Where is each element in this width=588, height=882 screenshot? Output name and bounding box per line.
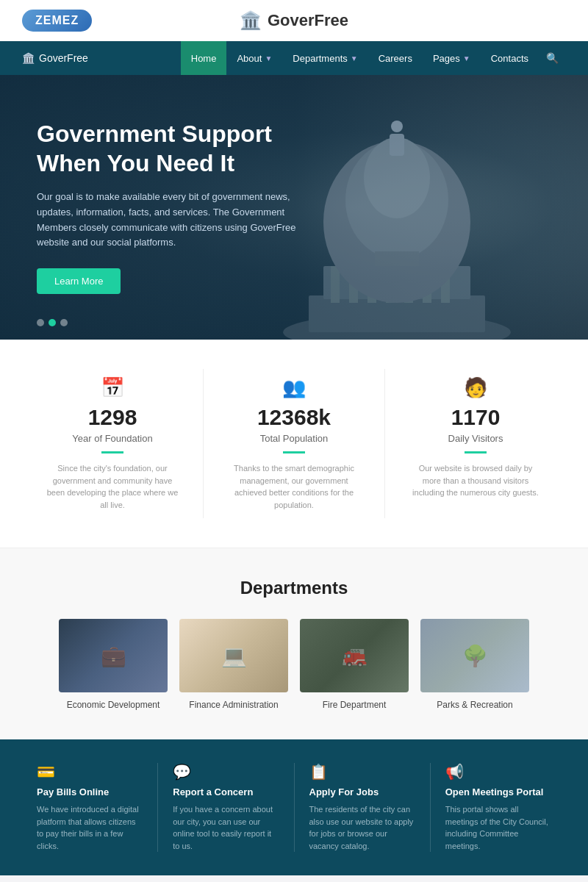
dept-arrow: ▼ [351,54,358,62]
dept-label-econ: Economic Development [59,700,168,710]
dot-1[interactable] [37,319,44,326]
svg-rect-13 [375,251,419,266]
concern-title: Report a Concern [173,786,279,797]
top-bar: ZEMEZ 🏛️ GoverFree [0,0,588,41]
hero-learn-more-button[interactable]: Learn More [37,268,121,294]
stat-visitors: 🧑 1170 Daily Visitors Our website is bro… [385,369,566,518]
hero-dots [37,319,68,326]
bills-icon: 💳 [37,763,143,781]
dept-label-finance: Finance Administration [179,700,288,710]
dot-2[interactable] [49,319,56,326]
jobs-title: Apply For Jobs [309,786,415,797]
dept-label-parks: Parks & Recreation [420,700,529,710]
svg-rect-14 [390,134,404,156]
visitors-number: 1170 [400,405,551,430]
dept-img-parks [420,619,529,692]
dept-img-fire-inner [300,619,409,692]
zemez-logo[interactable]: ZEMEZ [22,10,92,32]
nav-brand-icon: 🏛️ [22,52,35,64]
nav-home[interactable]: Home [181,41,227,75]
hero-content: Government Support When You Need It Our … [0,75,338,338]
population-number: 12368k [218,405,370,430]
jobs-desc: The residents of the city can also use o… [309,803,415,852]
departments-grid: Economic Development Finance Administrat… [22,619,566,710]
hero-description: Our goal is to make available every bit … [37,190,301,251]
about-arrow: ▼ [265,54,272,62]
dept-card-parks[interactable]: Parks & Recreation [420,619,529,710]
stat-foundation: 📅 1298 Year of Foundation Since the city… [22,369,204,518]
meetings-title: Open Meetings Portal [445,786,551,797]
foundation-label: Year of Foundation [37,433,188,444]
svg-point-15 [391,121,403,132]
visitors-divider [465,451,487,453]
service-concern: 💬 Report a Concern If you have a concern… [158,763,294,852]
concern-desc: If you have a concern about our city, yo… [173,803,279,852]
stats-section: 📅 1298 Year of Foundation Since the city… [0,340,588,548]
meetings-desc: This portal shows all meetings of the Ci… [445,803,551,852]
nav-pages[interactable]: Pages ▼ [423,41,481,75]
search-icon[interactable]: 🔍 [539,52,566,64]
about-section: About Our City Our city is a thriving pl… [0,875,588,882]
dept-img-econ-inner [59,619,168,692]
concern-icon: 💬 [173,763,279,781]
nav-brand-label: GoverFree [39,52,88,64]
brand-icon: 🏛️ [240,10,262,31]
visitors-icon: 🧑 [400,376,551,399]
pages-arrow: ▼ [463,54,470,62]
service-jobs: 📋 Apply For Jobs The residents of the ci… [295,763,431,852]
nav-brand: 🏛️ GoverFree [22,52,88,64]
population-desc: Thanks to the smart demographic manageme… [228,462,360,511]
foundation-desc: Since the city's foundation, our governm… [46,462,179,511]
dept-img-finance [179,619,288,692]
meetings-icon: 📢 [445,763,551,781]
hero-title: Government Support When You Need It [37,119,301,178]
bills-title: Pay Bills Online [37,786,143,797]
dot-3[interactable] [60,319,68,326]
population-icon: 👥 [218,376,370,399]
site-title: GoverFree [268,11,348,30]
dept-img-fire [300,619,409,692]
dept-label-fire: Fire Department [300,700,409,710]
navbar: 🏛️ GoverFree Home About ▼ Departments ▼ … [0,41,588,75]
hero-section: Government Support When You Need It Our … [0,75,588,340]
service-bills: 💳 Pay Bills Online We have introduced a … [22,763,158,852]
nav-careers[interactable]: Careers [368,41,423,75]
nav-departments[interactable]: Departments ▼ [282,41,368,75]
dept-img-economic [59,619,168,692]
nav-links: Home About ▼ Departments ▼ Careers Pages… [181,41,566,75]
dept-card-fire[interactable]: Fire Department [300,619,409,710]
nav-contacts[interactable]: Contacts [481,41,539,75]
dept-img-parks-inner [420,619,529,692]
bills-desc: We have introduced a digital platform th… [37,803,143,852]
population-divider [283,451,305,453]
jobs-icon: 📋 [309,763,415,781]
dept-img-finance-inner [179,619,288,692]
nav-about[interactable]: About ▼ [226,41,282,75]
services-banner: 💳 Pay Bills Online We have introduced a … [0,739,588,875]
dept-card-finance[interactable]: Finance Administration [179,619,288,710]
population-label: Total Population [218,433,370,444]
departments-section: Departments Economic Development Finance… [0,548,588,739]
departments-title: Departments [22,578,566,598]
stat-population: 👥 12368k Total Population Thanks to the … [204,369,385,518]
service-meetings: 📢 Open Meetings Portal This portal shows… [431,763,566,852]
dept-card-econ[interactable]: Economic Development [59,619,168,710]
foundation-divider [101,451,123,453]
site-brand: 🏛️ GoverFree [240,10,348,31]
visitors-desc: Our website is browsed daily by more tha… [409,462,542,499]
foundation-icon: 📅 [37,376,188,399]
visitors-label: Daily Visitors [400,433,551,444]
foundation-number: 1298 [37,405,188,430]
